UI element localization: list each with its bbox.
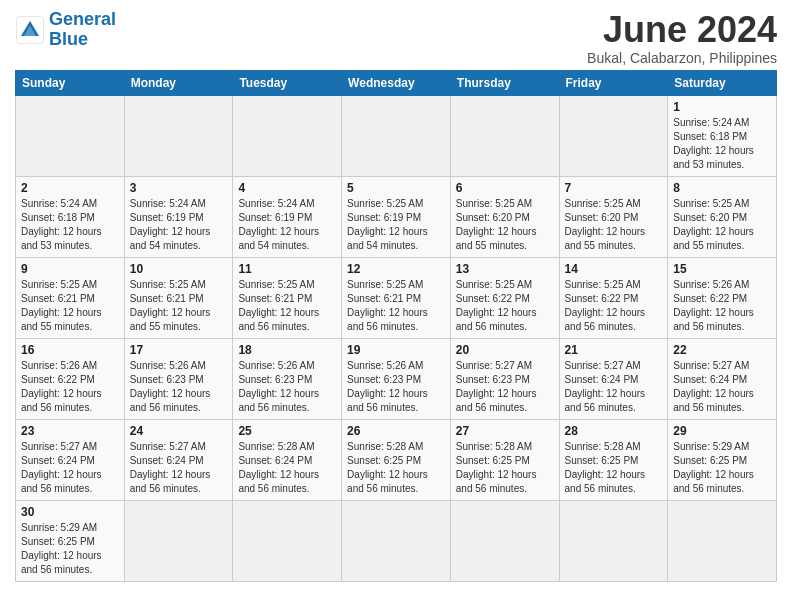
day-info: Sunrise: 5:25 AMSunset: 6:22 PMDaylight:… [565,278,663,334]
day-cell: 1Sunrise: 5:24 AMSunset: 6:18 PMDaylight… [668,95,777,176]
day-cell: 20Sunrise: 5:27 AMSunset: 6:23 PMDayligh… [450,338,559,419]
day-cell: 15Sunrise: 5:26 AMSunset: 6:22 PMDayligh… [668,257,777,338]
day-number: 5 [347,181,445,195]
day-cell: 24Sunrise: 5:27 AMSunset: 6:24 PMDayligh… [124,419,233,500]
day-number: 1 [673,100,771,114]
col-header-saturday: Saturday [668,70,777,95]
day-info: Sunrise: 5:25 AMSunset: 6:22 PMDaylight:… [456,278,554,334]
day-info: Sunrise: 5:29 AMSunset: 6:25 PMDaylight:… [21,521,119,577]
day-cell: 8Sunrise: 5:25 AMSunset: 6:20 PMDaylight… [668,176,777,257]
day-info: Sunrise: 5:25 AMSunset: 6:21 PMDaylight:… [347,278,445,334]
week-row-5: 23Sunrise: 5:27 AMSunset: 6:24 PMDayligh… [16,419,777,500]
day-number: 3 [130,181,228,195]
day-cell: 23Sunrise: 5:27 AMSunset: 6:24 PMDayligh… [16,419,125,500]
day-info: Sunrise: 5:24 AMSunset: 6:18 PMDaylight:… [673,116,771,172]
day-number: 24 [130,424,228,438]
week-row-2: 2Sunrise: 5:24 AMSunset: 6:18 PMDaylight… [16,176,777,257]
day-number: 23 [21,424,119,438]
col-header-wednesday: Wednesday [342,70,451,95]
day-cell: 25Sunrise: 5:28 AMSunset: 6:24 PMDayligh… [233,419,342,500]
col-header-tuesday: Tuesday [233,70,342,95]
day-number: 7 [565,181,663,195]
day-number: 8 [673,181,771,195]
day-number: 28 [565,424,663,438]
day-cell: 26Sunrise: 5:28 AMSunset: 6:25 PMDayligh… [342,419,451,500]
day-cell [342,500,451,581]
day-number: 6 [456,181,554,195]
day-number: 12 [347,262,445,276]
day-cell [342,95,451,176]
week-row-6: 30Sunrise: 5:29 AMSunset: 6:25 PMDayligh… [16,500,777,581]
day-number: 2 [21,181,119,195]
day-info: Sunrise: 5:29 AMSunset: 6:25 PMDaylight:… [673,440,771,496]
day-info: Sunrise: 5:27 AMSunset: 6:24 PMDaylight:… [130,440,228,496]
day-number: 16 [21,343,119,357]
day-cell: 27Sunrise: 5:28 AMSunset: 6:25 PMDayligh… [450,419,559,500]
day-info: Sunrise: 5:26 AMSunset: 6:22 PMDaylight:… [21,359,119,415]
day-cell: 21Sunrise: 5:27 AMSunset: 6:24 PMDayligh… [559,338,668,419]
day-number: 29 [673,424,771,438]
day-number: 17 [130,343,228,357]
day-cell: 13Sunrise: 5:25 AMSunset: 6:22 PMDayligh… [450,257,559,338]
day-cell: 17Sunrise: 5:26 AMSunset: 6:23 PMDayligh… [124,338,233,419]
day-cell [233,500,342,581]
day-cell: 4Sunrise: 5:24 AMSunset: 6:19 PMDaylight… [233,176,342,257]
day-cell: 29Sunrise: 5:29 AMSunset: 6:25 PMDayligh… [668,419,777,500]
day-cell [16,95,125,176]
day-cell [559,500,668,581]
day-cell: 28Sunrise: 5:28 AMSunset: 6:25 PMDayligh… [559,419,668,500]
logo-icon [15,15,45,45]
page-header: GeneralBlue June 2024 Bukal, Calabarzon,… [15,10,777,66]
day-number: 22 [673,343,771,357]
day-cell: 7Sunrise: 5:25 AMSunset: 6:20 PMDaylight… [559,176,668,257]
day-number: 15 [673,262,771,276]
day-info: Sunrise: 5:25 AMSunset: 6:20 PMDaylight:… [456,197,554,253]
day-number: 13 [456,262,554,276]
logo-text: GeneralBlue [49,10,116,50]
day-cell: 19Sunrise: 5:26 AMSunset: 6:23 PMDayligh… [342,338,451,419]
header-row: SundayMondayTuesdayWednesdayThursdayFrid… [16,70,777,95]
day-info: Sunrise: 5:26 AMSunset: 6:22 PMDaylight:… [673,278,771,334]
day-cell: 9Sunrise: 5:25 AMSunset: 6:21 PMDaylight… [16,257,125,338]
day-cell [124,95,233,176]
day-cell: 6Sunrise: 5:25 AMSunset: 6:20 PMDaylight… [450,176,559,257]
day-info: Sunrise: 5:25 AMSunset: 6:20 PMDaylight:… [673,197,771,253]
col-header-friday: Friday [559,70,668,95]
day-info: Sunrise: 5:25 AMSunset: 6:21 PMDaylight:… [130,278,228,334]
day-number: 9 [21,262,119,276]
day-number: 14 [565,262,663,276]
day-cell [124,500,233,581]
day-cell: 22Sunrise: 5:27 AMSunset: 6:24 PMDayligh… [668,338,777,419]
day-info: Sunrise: 5:27 AMSunset: 6:23 PMDaylight:… [456,359,554,415]
day-info: Sunrise: 5:24 AMSunset: 6:19 PMDaylight:… [130,197,228,253]
day-cell: 3Sunrise: 5:24 AMSunset: 6:19 PMDaylight… [124,176,233,257]
day-cell: 16Sunrise: 5:26 AMSunset: 6:22 PMDayligh… [16,338,125,419]
day-cell: 10Sunrise: 5:25 AMSunset: 6:21 PMDayligh… [124,257,233,338]
day-number: 25 [238,424,336,438]
day-cell [233,95,342,176]
day-info: Sunrise: 5:25 AMSunset: 6:20 PMDaylight:… [565,197,663,253]
day-number: 30 [21,505,119,519]
day-cell [450,500,559,581]
week-row-1: 1Sunrise: 5:24 AMSunset: 6:18 PMDaylight… [16,95,777,176]
day-cell: 2Sunrise: 5:24 AMSunset: 6:18 PMDaylight… [16,176,125,257]
day-info: Sunrise: 5:26 AMSunset: 6:23 PMDaylight:… [130,359,228,415]
col-header-sunday: Sunday [16,70,125,95]
day-number: 27 [456,424,554,438]
day-number: 10 [130,262,228,276]
calendar-subtitle: Bukal, Calabarzon, Philippines [587,50,777,66]
day-info: Sunrise: 5:28 AMSunset: 6:25 PMDaylight:… [565,440,663,496]
day-number: 19 [347,343,445,357]
day-number: 20 [456,343,554,357]
day-cell [559,95,668,176]
day-cell [450,95,559,176]
day-number: 26 [347,424,445,438]
day-info: Sunrise: 5:24 AMSunset: 6:19 PMDaylight:… [238,197,336,253]
day-number: 21 [565,343,663,357]
day-info: Sunrise: 5:25 AMSunset: 6:21 PMDaylight:… [21,278,119,334]
day-cell [668,500,777,581]
title-block: June 2024 Bukal, Calabarzon, Philippines [587,10,777,66]
day-cell: 14Sunrise: 5:25 AMSunset: 6:22 PMDayligh… [559,257,668,338]
week-row-3: 9Sunrise: 5:25 AMSunset: 6:21 PMDaylight… [16,257,777,338]
day-info: Sunrise: 5:26 AMSunset: 6:23 PMDaylight:… [238,359,336,415]
